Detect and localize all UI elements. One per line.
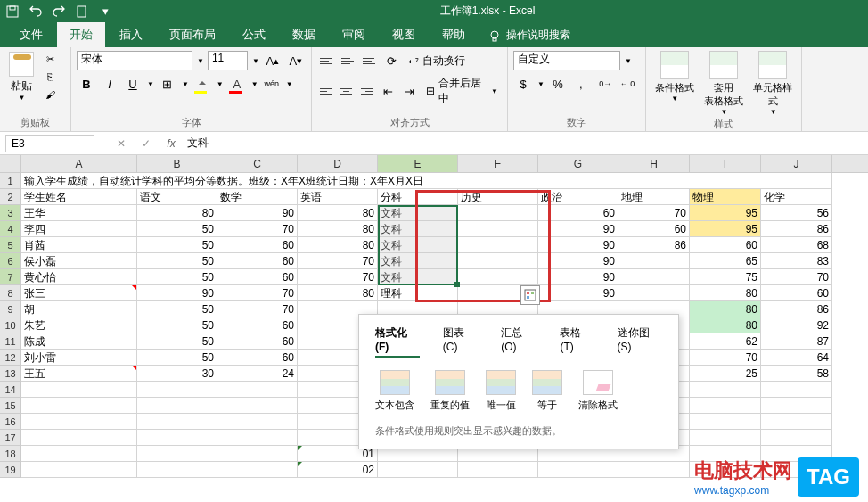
cell[interactable]: 数学 — [217, 189, 298, 205]
cell[interactable] — [761, 382, 832, 398]
cell[interactable] — [217, 398, 298, 414]
cell[interactable]: 50 — [137, 301, 217, 317]
cell[interactable]: 语文 — [137, 189, 217, 205]
row-header-17[interactable]: 17 — [0, 430, 21, 446]
col-header-G[interactable]: G — [538, 155, 618, 172]
cell[interactable]: 50 — [137, 253, 217, 269]
cell[interactable] — [137, 398, 217, 414]
cell[interactable]: 黄心怡 — [21, 269, 137, 285]
col-header-C[interactable]: C — [217, 155, 298, 172]
cell[interactable]: 文科 — [378, 205, 458, 221]
align-center-button[interactable] — [338, 82, 355, 100]
cell[interactable]: 30 — [137, 366, 217, 382]
cell[interactable] — [690, 414, 761, 430]
cell[interactable]: 化学 — [761, 189, 832, 205]
cell[interactable] — [690, 430, 761, 446]
cell[interactable] — [217, 446, 298, 462]
cell[interactable]: 60 — [217, 237, 298, 253]
cell[interactable] — [458, 253, 538, 269]
col-header-E[interactable]: E — [378, 155, 458, 172]
cell[interactable]: 70 — [217, 221, 298, 237]
row-header-8[interactable]: 8 — [0, 285, 21, 301]
cell[interactable] — [761, 414, 832, 430]
cell[interactable]: 80 — [298, 237, 378, 253]
cell[interactable]: 64 — [761, 350, 832, 366]
cell[interactable] — [21, 414, 137, 430]
cell[interactable] — [458, 269, 538, 285]
cut-button[interactable]: ✂ — [41, 51, 59, 67]
cell[interactable]: 学生姓名 — [21, 189, 137, 205]
cell[interactable]: 25 — [690, 366, 761, 382]
cell[interactable] — [618, 285, 690, 301]
font-name-select[interactable]: 宋体 — [77, 51, 192, 70]
merge-center-button[interactable]: ⊟ 合并后居中 ▼ — [422, 74, 502, 108]
col-header-J[interactable]: J — [761, 155, 832, 172]
qa-tab-charts[interactable]: 图表(C) — [443, 325, 478, 358]
align-middle-button[interactable] — [339, 52, 356, 70]
row-header-14[interactable]: 14 — [0, 382, 21, 398]
row-header-6[interactable]: 6 — [0, 253, 21, 269]
qa-opt-text-contains[interactable]: 文本包含 — [375, 370, 414, 412]
increase-font-button[interactable]: A▴ — [263, 51, 283, 70]
cell[interactable]: 文科 — [378, 221, 458, 237]
cell[interactable]: 60 — [761, 285, 832, 301]
cell[interactable]: 90 — [137, 285, 217, 301]
cell[interactable]: 张三 — [21, 285, 137, 301]
cell[interactable]: 肖茜 — [21, 237, 137, 253]
col-header-H[interactable]: H — [618, 155, 690, 172]
cell[interactable]: 物理 — [690, 189, 761, 205]
cell[interactable]: 86 — [761, 301, 832, 317]
cell[interactable]: 刘小雷 — [21, 350, 137, 366]
cell[interactable]: 65 — [690, 253, 761, 269]
tab-help[interactable]: 帮助 — [430, 22, 478, 47]
comma-button[interactable]: , — [571, 74, 591, 94]
row-header-15[interactable]: 15 — [0, 398, 21, 414]
cell[interactable] — [21, 446, 137, 462]
quick-analysis-button[interactable] — [520, 285, 540, 305]
cell[interactable]: 侯小磊 — [21, 253, 137, 269]
font-size-select[interactable]: 11 — [208, 51, 248, 70]
cell[interactable]: 80 — [298, 205, 378, 221]
cells-grid[interactable]: 输入学生成绩，自动统计学科的平均分等数据。班级：X年X班统计日期：X年X月X日 … — [21, 173, 832, 478]
decrease-indent-button[interactable]: ⇤ — [379, 81, 397, 101]
cell[interactable] — [690, 398, 761, 414]
cell[interactable] — [690, 382, 761, 398]
cell[interactable]: 陈成 — [21, 333, 137, 350]
cell[interactable]: 历史 — [458, 189, 538, 205]
cell[interactable] — [137, 430, 217, 446]
cell[interactable]: 80 — [298, 221, 378, 237]
select-all-corner[interactable] — [0, 155, 21, 172]
cell[interactable] — [137, 446, 217, 462]
increase-indent-button[interactable]: ⇥ — [401, 81, 419, 101]
qa-tab-tables[interactable]: 表格(T) — [560, 325, 594, 358]
tab-file[interactable]: 文件 — [7, 22, 55, 47]
cell[interactable]: 80 — [690, 317, 761, 333]
cell[interactable] — [217, 462, 298, 478]
cell[interactable] — [618, 462, 690, 478]
cell[interactable] — [761, 398, 832, 414]
tell-me-search[interactable]: 操作说明搜索 — [479, 23, 579, 47]
formula-input[interactable]: 文科 — [180, 136, 868, 151]
cell[interactable]: 24 — [217, 366, 298, 382]
cell[interactable]: 理科 — [378, 285, 458, 301]
decrease-decimal-button[interactable]: ←.0 — [618, 74, 637, 94]
cell[interactable]: 70 — [618, 205, 690, 221]
align-bottom-button[interactable] — [360, 52, 378, 70]
cell[interactable] — [378, 462, 458, 478]
cell[interactable]: 80 — [137, 205, 217, 221]
tab-insert[interactable]: 插入 — [107, 22, 155, 47]
cell[interactable]: 60 — [217, 350, 298, 366]
cell[interactable]: 87 — [761, 333, 832, 350]
row-header-3[interactable]: 3 — [0, 205, 21, 221]
tab-layout[interactable]: 页面布局 — [157, 22, 228, 47]
row-header-16[interactable]: 16 — [0, 414, 21, 430]
col-header-F[interactable]: F — [458, 155, 538, 172]
save-icon[interactable] — [5, 4, 20, 19]
tab-review[interactable]: 审阅 — [330, 22, 378, 47]
undo-icon[interactable] — [29, 4, 43, 19]
wrap-text-button[interactable]: ⮐ 自动换行 — [405, 52, 469, 70]
cell[interactable]: 王五 — [21, 366, 137, 382]
qa-opt-clear[interactable]: 清除格式 — [578, 370, 618, 412]
cell[interactable]: 胡一一 — [21, 301, 137, 317]
cell[interactable]: 90 — [217, 205, 298, 221]
